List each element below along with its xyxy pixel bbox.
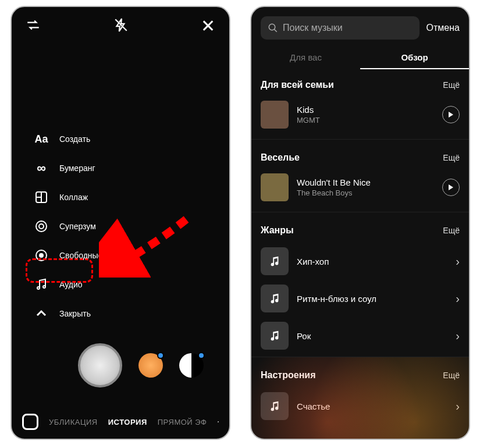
mode-story[interactable]: ИСТОРИЯ xyxy=(108,418,147,426)
cancel-button[interactable]: Отмена xyxy=(426,23,460,33)
chevron-right-icon: › xyxy=(456,292,460,305)
section-fun: Веселье Ещё Wouldn't It Be Nice The Beac… xyxy=(251,142,469,209)
story-avatar-2[interactable] xyxy=(179,353,204,378)
track-artist: The Beach Boys xyxy=(297,189,434,197)
menu-close[interactable]: Закрыть xyxy=(34,306,122,321)
story-avatar-1[interactable] xyxy=(138,353,163,378)
play-button[interactable] xyxy=(442,106,460,123)
tabs: Для вас Обзор xyxy=(251,45,469,69)
section-genres-title: Жанры xyxy=(261,225,294,236)
album-cover xyxy=(261,173,289,201)
menu-superzoom[interactable]: Суперзум xyxy=(34,219,122,234)
genre-hiphop[interactable]: Хип-хоп › xyxy=(261,243,460,280)
menu-create[interactable]: Aa Создать xyxy=(34,131,122,147)
svg-point-2 xyxy=(39,224,44,229)
close-icon[interactable]: ✕ xyxy=(201,17,215,35)
mood-label: Счастье xyxy=(297,401,447,411)
menu-collage-label: Коллаж xyxy=(59,193,88,202)
track-title: Wouldn't It Be Nice xyxy=(297,177,434,187)
text-icon: Aa xyxy=(34,131,49,147)
genre-label: Рок xyxy=(297,331,447,341)
music-note-icon xyxy=(261,392,289,420)
section-moods-title: Настроения xyxy=(261,370,315,381)
svg-point-5 xyxy=(37,287,40,289)
search-placeholder: Поиск музыки xyxy=(283,23,343,33)
infinity-icon: ∞ xyxy=(34,161,49,176)
chevron-right-icon: › xyxy=(456,400,460,413)
mode-publication[interactable]: УБЛИКАЦИЯ xyxy=(49,418,98,426)
svg-marker-9 xyxy=(449,112,453,118)
music-note-icon xyxy=(261,285,289,312)
section-fun-title: Веселье xyxy=(261,152,300,163)
play-button[interactable] xyxy=(442,179,460,196)
tab-browse[interactable]: Обзор xyxy=(360,45,469,69)
menu-collage[interactable]: Коллаж xyxy=(34,190,122,205)
gallery-button[interactable] xyxy=(22,414,38,430)
album-cover xyxy=(261,101,289,129)
menu-create-label: Создать xyxy=(59,134,90,144)
camera-bottom-controls xyxy=(12,343,229,387)
camera-screen: ✕ Aa Создать ∞ Бумеранг Коллаж Суперзум xyxy=(10,6,230,440)
tab-for-you[interactable]: Для вас xyxy=(251,45,360,69)
track-title: Kids xyxy=(297,105,434,115)
camera-side-menu: Aa Создать ∞ Бумеранг Коллаж Суперзум Св… xyxy=(34,131,122,321)
collage-icon xyxy=(34,190,49,205)
menu-boomerang-label: Бумеранг xyxy=(59,163,95,173)
flash-off-icon[interactable] xyxy=(113,17,129,35)
section-genres: Жанры Ещё Хип-хоп › Ритм-н-блюз и соул ›… xyxy=(251,215,469,354)
genre-label: Хип-хоп xyxy=(297,257,447,266)
track-artist: MGMT xyxy=(297,116,434,125)
notification-dot-icon xyxy=(157,352,164,359)
music-note-icon xyxy=(261,322,289,350)
track-nice[interactable]: Wouldn't It Be Nice The Beach Boys xyxy=(261,170,460,209)
section-moods-more[interactable]: Ещё xyxy=(443,371,460,380)
svg-point-4 xyxy=(40,254,43,257)
mood-happy[interactable]: Счастье › xyxy=(261,387,460,425)
notification-dot-icon xyxy=(198,352,205,359)
mode-live[interactable]: ПРЯМОЙ ЭФ xyxy=(158,418,207,426)
camera-mode-row: УБЛИКАЦИЯ ИСТОРИЯ ПРЯМОЙ ЭФ xyxy=(12,413,229,431)
swap-icon[interactable] xyxy=(26,17,41,35)
music-browse-screen: Поиск музыки Отмена Для вас Обзор Для вс… xyxy=(250,6,470,440)
shutter-button[interactable] xyxy=(78,343,122,387)
flip-camera-icon[interactable] xyxy=(218,413,219,431)
section-moods: Настроения Ещё Счастье › xyxy=(251,360,469,425)
chevron-right-icon: › xyxy=(456,255,460,268)
search-icon xyxy=(268,23,278,33)
search-input[interactable]: Поиск музыки xyxy=(261,16,420,40)
svg-marker-10 xyxy=(449,184,453,190)
superzoom-icon xyxy=(34,219,49,234)
music-note-icon xyxy=(261,247,289,275)
genre-rock[interactable]: Рок › xyxy=(261,317,460,354)
genre-rnb[interactable]: Ритм-н-блюз и соул › xyxy=(261,280,460,317)
section-family-title: Для всей семьи xyxy=(261,80,334,90)
genre-label: Ритм-н-блюз и соул xyxy=(297,294,447,304)
svg-point-1 xyxy=(36,221,47,232)
menu-close-label: Закрыть xyxy=(59,309,91,318)
section-family: Для всей семьи Ещё Kids MGMT xyxy=(251,69,469,137)
chevron-right-icon: › xyxy=(456,329,460,343)
search-bar-row: Поиск музыки Отмена xyxy=(251,7,469,45)
camera-topbar: ✕ xyxy=(12,7,229,35)
section-fun-more[interactable]: Ещё xyxy=(443,153,460,162)
svg-point-8 xyxy=(269,24,275,30)
menu-boomerang[interactable]: ∞ Бумеранг xyxy=(34,161,122,176)
track-kids[interactable]: Kids MGMT xyxy=(261,97,460,137)
section-family-more[interactable]: Ещё xyxy=(443,80,460,90)
annotation-highlight xyxy=(26,258,93,283)
chevron-up-icon xyxy=(34,306,49,321)
menu-superzoom-label: Суперзум xyxy=(59,222,96,231)
section-genres-more[interactable]: Ещё xyxy=(443,226,460,235)
svg-point-6 xyxy=(43,286,45,288)
